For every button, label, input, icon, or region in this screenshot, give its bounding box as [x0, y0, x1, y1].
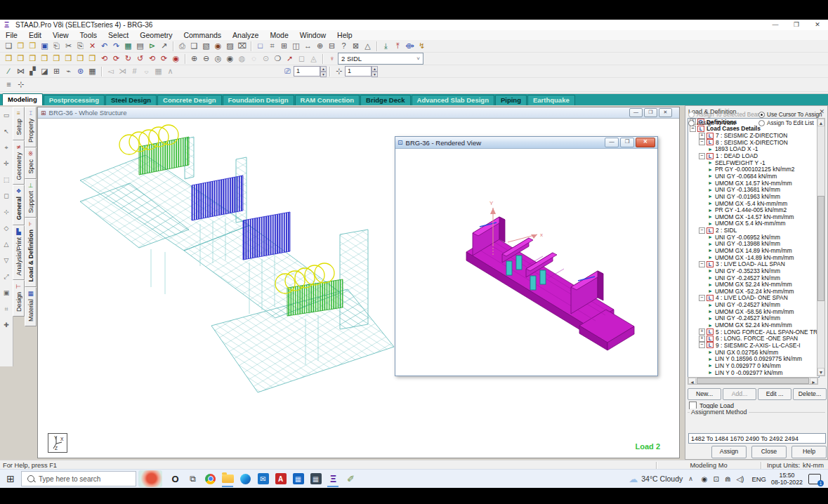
tree-expand-toggle[interactable]: − — [699, 227, 705, 234]
scroll-right-arrow[interactable]: ► — [810, 378, 817, 384]
pan-arrow-icon[interactable]: ➚ — [284, 53, 295, 64]
notification-center-icon[interactable]: 1 — [808, 474, 821, 484]
app-title-bar[interactable]: Ξ STAAD.Pro V8i (SELECTseries 4) - BRG-3… — [0, 20, 828, 30]
connect-icon[interactable]: ⌁ — [63, 66, 74, 77]
scale-input-spinner[interactable]: ▲▼ — [372, 66, 378, 77]
rendered-maximize-button[interactable]: ❐ — [620, 138, 634, 147]
assign-button[interactable]: Assign — [711, 446, 747, 458]
tree-item[interactable]: ►LIN Y 0.092977 0 kN/mm — [688, 362, 819, 369]
tree-item[interactable]: −L2 : SIDL — [688, 227, 819, 234]
tree-vertical-scrollbar[interactable]: ▲ ▼ — [817, 118, 825, 376]
scale-input[interactable]: 1 — [345, 66, 372, 77]
tree-item[interactable]: ►UNI GY -0.13988 kN/mm — [688, 241, 819, 248]
spin-left-icon[interactable]: ⟲ — [147, 53, 157, 64]
snapshot-icon[interactable]: ◉ — [213, 41, 223, 51]
app-close-button[interactable]: ✕ — [807, 20, 828, 30]
menu-help[interactable]: Help — [331, 31, 358, 39]
tree-item[interactable]: −L4 : LIVE LOAD- ONE SPAN — [688, 295, 819, 302]
wifi-icon[interactable]: ⋒ — [725, 475, 730, 483]
side-tab-design[interactable]: ⊢Design — [13, 280, 25, 317]
menu-window[interactable]: Window — [294, 31, 331, 39]
tree-item[interactable]: −LLoad Cases Details — [688, 126, 819, 133]
stretch-icon[interactable]: ↔ — [303, 41, 313, 51]
table-icon[interactable]: ▤ — [135, 41, 145, 51]
structure-grid-icon[interactable]: ⊞ — [51, 66, 62, 77]
menu-view[interactable]: View — [47, 31, 74, 39]
cycle-icon[interactable]: ⟴ — [405, 41, 415, 51]
task-view-icon[interactable]: ⧉ — [184, 470, 202, 488]
structure-minimize-button[interactable]: — — [629, 108, 643, 117]
view-side-icon[interactable]: ❒ — [39, 53, 50, 64]
support-cursor-icon[interactable]: ⊹ — [1, 207, 11, 217]
menu-commands[interactable]: Commands — [178, 31, 227, 39]
horizontal-scroll-thumb[interactable] — [697, 378, 809, 384]
zoom-selected-icon[interactable]: ⊙ — [261, 53, 271, 64]
weather-widget[interactable]: ☁ 34°C Cloudy — [629, 474, 683, 484]
full-view-icon[interactable]: ◻ — [296, 53, 307, 64]
report-icon[interactable]: ▧ — [201, 41, 211, 51]
add-cursor-icon[interactable]: ✚ — [1, 320, 11, 330]
scroll-left-arrow[interactable]: ◄ — [688, 378, 696, 384]
clock[interactable]: 15:50 08-10-2022 — [771, 472, 803, 486]
crosshair-icon[interactable]: ⊹ — [15, 79, 26, 90]
measure-icon[interactable]: ⤢ — [1, 272, 11, 281]
side-tab-geometry[interactable]: ≭Geometry — [13, 140, 25, 185]
rotate-down-icon[interactable]: ↺ — [135, 53, 145, 64]
group-icon[interactable]: ▦ — [153, 66, 164, 77]
numbering-icon[interactable]: # — [129, 66, 140, 77]
zoom-dynamic-icon[interactable]: ◌ — [249, 53, 259, 64]
tree-item[interactable]: ►1893 LOAD X -1 — [688, 146, 819, 153]
dimension-icon[interactable]: ⌔ — [141, 66, 152, 77]
structure-maximize-button[interactable]: ❐ — [644, 108, 657, 117]
redo-icon[interactable]: ↷ — [111, 41, 121, 51]
tab-bridge-deck[interactable]: Bridge Deck — [360, 95, 410, 105]
tree-item[interactable]: ►UMOM GX -52.24 kN-mm/mm — [688, 288, 819, 295]
tree-item[interactable]: ►UMOM GX -14.89 kN-mm/mm — [688, 254, 819, 261]
tree-item[interactable]: +L7 : SEISMIC Z-DIRECTION — [688, 132, 819, 139]
radio-use-cursor-to-assign[interactable]: Use Cursor To Assign — [758, 112, 826, 118]
scroll-down-arrow[interactable]: ▼ — [817, 368, 824, 376]
tab-earthquake[interactable]: Earthquake — [527, 95, 575, 105]
tree-expand-toggle[interactable]: − — [690, 126, 696, 132]
tree-item[interactable]: −L1 : DEAD LOAD — [688, 152, 819, 159]
side-tab-load-definition[interactable]: ⊦Load & Definition — [25, 218, 37, 287]
radio-assign-to-edit-list[interactable]: Assign To Edit List — [758, 120, 826, 126]
tree-item[interactable]: ►UNI GY -0.24527 kN/mm — [688, 301, 819, 308]
label-size-input[interactable]: 1 — [294, 66, 320, 77]
tree-item[interactable]: ►UMOM GX 14.57 kN-mm/mm — [688, 180, 819, 187]
generate-icon[interactable]: ⊛ — [75, 66, 86, 77]
tree-item[interactable]: ►LIN Y 0.18596 0.0929775 kN/mm — [688, 355, 819, 362]
new-file-icon[interactable]: ❏ — [4, 41, 14, 51]
menu-analyze[interactable]: Analyze — [227, 31, 264, 39]
tree-item[interactable]: ►UMOM GX -5.4 kN-mm/mm — [688, 200, 819, 207]
tab-piping[interactable]: Piping — [495, 95, 527, 105]
autodesk-icon[interactable]: A — [272, 470, 289, 488]
tree-expand-toggle[interactable]: − — [699, 153, 705, 159]
label-size-input-spinner[interactable]: ▲▼ — [320, 66, 327, 77]
tree-expand-toggle[interactable]: − — [699, 261, 705, 267]
tree-item[interactable]: ►UNI GY -0.24527 kN/mm — [688, 274, 819, 281]
cursor-icon[interactable]: ↖ — [1, 126, 11, 136]
tree-expand-toggle[interactable]: − — [699, 139, 705, 145]
help-button[interactable]: Help — [791, 446, 827, 458]
tree-expand-toggle[interactable]: + — [699, 336, 705, 342]
assignment-list-input[interactable] — [688, 433, 826, 444]
tray-window-icon[interactable]: ⊡ — [714, 475, 719, 483]
tree-item[interactable]: ►UMOM GX 14.89 kN-mm/mm — [688, 247, 819, 254]
display-option-icon[interactable]: ⎚ — [282, 66, 293, 77]
beam-cursor-icon[interactable]: ✛ — [1, 159, 11, 168]
staad-icon[interactable]: Ξ — [324, 470, 342, 488]
side-tab-support[interactable]: ⊥Support — [25, 179, 37, 218]
mesh-icon[interactable]: △ — [362, 41, 373, 51]
list-mode-icon[interactable]: ≡ — [4, 79, 14, 90]
download-forces-icon[interactable]: ⤓ — [381, 41, 391, 51]
new-button[interactable]: New... — [688, 388, 721, 400]
app-maximize-button[interactable]: ❐ — [786, 20, 807, 30]
whole-structure-title-bar[interactable]: ⊞ BRG-36 - Whole Structure — ❐ ✕ — [38, 107, 679, 119]
tree-item[interactable]: ►UMOM GX 52.24 kN-mm/mm — [688, 321, 819, 329]
tab-advanced-slab-design[interactable]: Advanced Slab Design — [412, 95, 494, 105]
radio-assign-to-selected-beams[interactable]: Assign To Selected Beams — [688, 112, 758, 118]
tree-item[interactable]: ►UNI GY -0.01963 kN/mm — [688, 193, 819, 200]
tree-item[interactable]: ►UMOM GX -58.56 kN-mm/mm — [688, 308, 819, 315]
crimp-icon[interactable]: ∧ — [165, 66, 176, 77]
